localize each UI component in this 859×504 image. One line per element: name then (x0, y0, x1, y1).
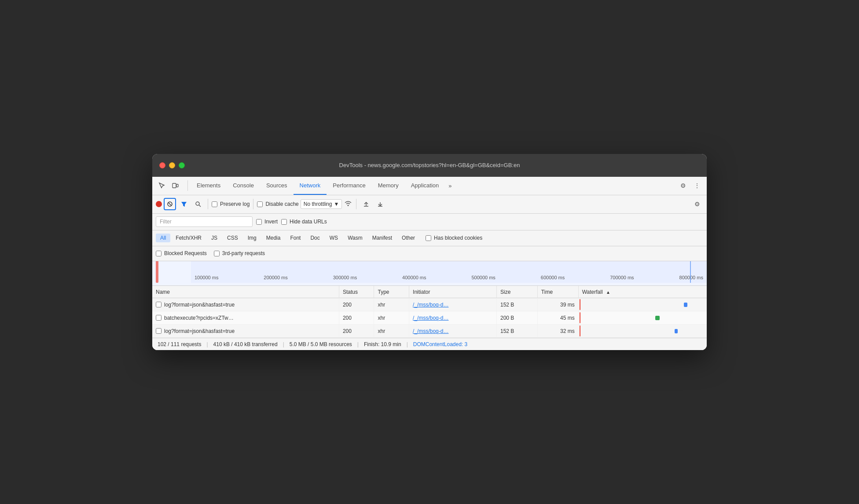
hide-data-urls-input[interactable] (281, 219, 287, 225)
col-header-size[interactable]: Size (497, 286, 538, 298)
filter-ws[interactable]: WS (325, 234, 342, 242)
row-status: 200 (339, 311, 374, 325)
toolbar-divider-2 (253, 199, 253, 209)
tab-bar-right: ⚙ ⋮ (677, 179, 703, 192)
device-toggle-icon[interactable] (169, 179, 181, 192)
filter-icon[interactable] (178, 198, 190, 210)
toolbar-divider-3 (356, 199, 356, 209)
disable-cache-input[interactable] (257, 201, 263, 207)
settings-icon[interactable]: ⚙ (677, 179, 689, 192)
tab-sources[interactable]: Sources (260, 176, 294, 195)
tab-console[interactable]: Console (227, 176, 260, 195)
third-party-input[interactable] (214, 251, 220, 256)
filter-css[interactable]: CSS (223, 234, 242, 242)
row-time: 39 ms (537, 298, 578, 311)
filter-all[interactable]: All (156, 234, 170, 242)
throttle-select[interactable]: No throttling ▼ (301, 199, 342, 209)
col-header-time[interactable]: Time (537, 286, 578, 298)
blocked-requests-checkbox[interactable]: Blocked Requests (156, 250, 207, 256)
col-header-name[interactable]: Name (152, 286, 339, 298)
table-row[interactable]: batchexecute?rpcids=xZTw… 200xhr/_/mss/b… (152, 311, 707, 325)
filter-fetch-xhr[interactable]: Fetch/XHR (171, 234, 206, 242)
row-select-checkbox[interactable] (156, 315, 162, 321)
more-options-icon[interactable]: ⋮ (691, 179, 703, 192)
tick-3: 300000 ms (333, 275, 357, 280)
col-header-waterfall[interactable]: Waterfall ▲ (578, 286, 707, 298)
row-type: xhr (374, 325, 409, 338)
tab-list: Elements Console Sources Network Perform… (191, 176, 677, 195)
col-header-initiator[interactable]: Initiator (409, 286, 497, 298)
invert-input[interactable] (256, 219, 262, 225)
requests-count: 102 / 111 requests (158, 341, 201, 347)
row-type: xhr (374, 311, 409, 325)
row-time: 32 ms (537, 325, 578, 338)
filter-type-bar: All Fetch/XHR JS CSS Img Media Font Doc … (152, 230, 707, 246)
filter-manifest[interactable]: Manifest (368, 234, 396, 242)
toolbar-divider-1 (208, 199, 208, 209)
minimize-button[interactable] (169, 162, 175, 168)
row-select-checkbox[interactable] (156, 328, 162, 334)
row-time: 45 ms (537, 311, 578, 325)
row-waterfall (578, 325, 707, 338)
table-row[interactable]: log?format=json&hasfast=true 200xhr/_/ms… (152, 325, 707, 338)
tab-overflow-button[interactable]: » (445, 183, 455, 189)
row-select-checkbox[interactable] (156, 302, 162, 307)
settings-gear-icon[interactable]: ⚙ (691, 198, 703, 210)
transferred-size: 410 kB / 410 kB transferred (213, 341, 278, 347)
waterfall-bar (684, 303, 687, 307)
col-header-status[interactable]: Status (339, 286, 374, 298)
third-party-checkbox[interactable]: 3rd-party requests (214, 250, 265, 256)
row-size: 200 B (497, 311, 538, 325)
network-table-container: Name Status Type Initiator Size (152, 286, 707, 338)
filter-media[interactable]: Media (262, 234, 285, 242)
table-row[interactable]: log?format=json&hasfast=true 200xhr/_/ms… (152, 298, 707, 311)
hide-data-urls-checkbox[interactable]: Hide data URLs (281, 219, 327, 225)
tick-5: 500000 ms (471, 275, 495, 280)
filter-font[interactable]: Font (286, 234, 305, 242)
disable-cache-checkbox[interactable]: Disable cache (257, 201, 298, 207)
row-type: xhr (374, 298, 409, 311)
tab-performance[interactable]: Performance (327, 176, 371, 195)
svg-marker-4 (181, 202, 187, 207)
row-name: log?format=json&hasfast=true (164, 328, 235, 334)
row-status: 200 (339, 298, 374, 311)
preserve-log-input[interactable] (212, 201, 217, 207)
row-initiator[interactable]: /_/mss/boq-d… (413, 302, 448, 308)
throttle-arrow-icon: ▼ (334, 201, 339, 207)
table-header-row: Name Status Type Initiator Size (152, 286, 707, 298)
invert-checkbox[interactable]: Invert (256, 219, 278, 225)
row-initiator[interactable]: /_/mss/boq-d… (413, 315, 448, 321)
preserve-log-checkbox[interactable]: Preserve log (212, 201, 250, 207)
inspect-element-icon[interactable] (156, 179, 168, 192)
tab-elements[interactable]: Elements (191, 176, 227, 195)
download-icon[interactable] (374, 198, 386, 210)
filter-other[interactable]: Other (397, 234, 419, 242)
network-table: Name Status Type Initiator Size (152, 286, 707, 338)
has-blocked-cookies-input[interactable] (426, 235, 431, 241)
filter-input[interactable] (156, 216, 253, 227)
upload-icon[interactable] (360, 198, 372, 210)
status-bar: 102 / 111 requests | 410 kB / 410 kB tra… (152, 338, 707, 350)
devtools-window: DevTools - news.google.com/topstories?hl… (152, 154, 707, 351)
close-button[interactable] (159, 162, 165, 168)
filter-bar: Invert Hide data URLs (152, 214, 707, 230)
col-header-type[interactable]: Type (374, 286, 409, 298)
filter-img[interactable]: Img (243, 234, 261, 242)
tick-4: 400000 ms (402, 275, 426, 280)
clear-button[interactable] (164, 198, 176, 210)
tab-memory[interactable]: Memory (372, 176, 405, 195)
blocked-requests-input[interactable] (156, 251, 162, 256)
search-icon[interactable] (192, 198, 204, 210)
waterfall-redline (580, 312, 580, 323)
tab-network[interactable]: Network (294, 176, 327, 195)
filter-doc[interactable]: Doc (306, 234, 324, 242)
tab-application[interactable]: Application (405, 176, 445, 195)
traffic-lights (159, 162, 185, 168)
row-initiator[interactable]: /_/mss/boq-d… (413, 328, 448, 334)
svg-point-7 (348, 205, 349, 206)
maximize-button[interactable] (179, 162, 185, 168)
record-button[interactable] (156, 201, 162, 207)
row-name: log?format=json&hasfast=true (164, 302, 235, 308)
filter-js[interactable]: JS (207, 234, 222, 242)
filter-wasm[interactable]: Wasm (343, 234, 367, 242)
